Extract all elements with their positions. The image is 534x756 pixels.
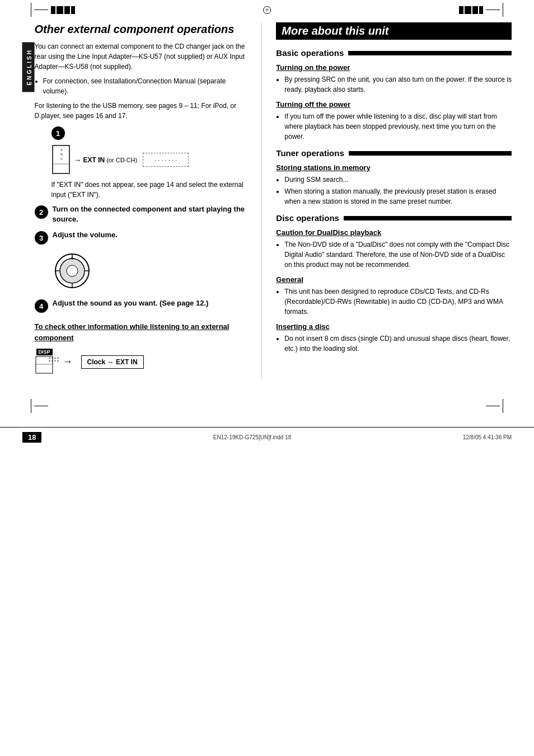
tuner-ops-header-line — [349, 151, 512, 156]
right-section-title: More about this unit — [282, 25, 388, 37]
right-column: More about this unit Basic operations Tu… — [262, 22, 512, 379]
usb-text: For listening to the the USB memory, see… — [35, 101, 251, 121]
bottom-line-v-left — [31, 399, 31, 413]
device-svg: S R C — [51, 144, 71, 175]
inserting-title: Inserting a disc — [276, 322, 512, 331]
step3-text: Adjust the volume. — [53, 231, 118, 239]
bottom-line-h-left — [34, 406, 48, 406]
left-column: Other external component operations You … — [35, 22, 263, 379]
bars-right — [459, 6, 483, 14]
step2-content: Turn on the connected component and star… — [53, 204, 251, 224]
disp-label: DISP — [36, 349, 53, 355]
caution-item: The Non-DVD side of a "DualDisc" does no… — [284, 240, 512, 270]
header-marks-left — [31, 3, 75, 17]
step4-text: Adjust the sound as you want. (See page … — [53, 299, 209, 307]
turning-on-item: By pressing SRC on the unit, you can als… — [284, 74, 512, 95]
basic-ops-header: Basic operations — [276, 48, 344, 58]
step1-note: If "EXT IN" does not appear, see page 14… — [51, 180, 251, 200]
caution-title: Caution for DualDisc playback — [276, 228, 512, 237]
inserting-list: Do not insert 8 cm discs (single CD) and… — [284, 334, 512, 354]
storing-title: Storing stations in memory — [276, 163, 512, 172]
general-title: General — [276, 275, 512, 284]
basic-ops-header-line — [348, 51, 512, 55]
bottom-line-h-right — [486, 406, 500, 406]
step3-content: Adjust the volume. — [53, 230, 251, 240]
turning-off-item: If you turn off the power while listenin… — [284, 111, 512, 142]
check-heading: To check other information while listeni… — [35, 321, 251, 343]
storing-item2: When storing a station manually, the pre… — [284, 186, 512, 206]
bar7 — [472, 6, 478, 14]
connection-list: For connection, see Installation/Connect… — [43, 76, 251, 96]
storing-item1: During SSM search... — [284, 175, 512, 185]
general-list: This unit has been designed to reproduce… — [284, 287, 512, 317]
disc-ops-header-line — [344, 216, 512, 220]
knob-svg: + — [51, 250, 93, 292]
reg-line-h-left — [34, 10, 48, 10]
storing-list: During SSM search... When storing a stat… — [284, 175, 512, 206]
reg-mark-center — [263, 6, 271, 14]
bottom-marks-left — [31, 399, 48, 413]
disp-arrows — [49, 355, 65, 367]
svg-text:R: R — [60, 153, 63, 156]
bottom-line-v-right — [503, 399, 503, 413]
knob-diagram: + — [51, 250, 251, 294]
turning-off-title: Turning off the power — [276, 100, 512, 109]
dashed-ext-box: · · · · · · · — [143, 153, 189, 167]
disc-ops-header-bar: Disc operations — [276, 213, 512, 223]
left-section-title: Other external component operations — [35, 22, 251, 36]
caution-list: The Non-DVD side of a "DualDisc" does no… — [284, 240, 512, 270]
step2-text: Turn on the connected component and star… — [53, 205, 245, 223]
general-item: This unit has been designed to reproduce… — [284, 287, 512, 317]
footer-file: EN12-19KD-G725[UN]f.indd 18 — [213, 434, 292, 440]
disc-ops-header: Disc operations — [276, 213, 339, 223]
ext-in-or: (or CD·CH) — [106, 157, 137, 163]
basic-ops-header-bar: Basic operations — [276, 48, 512, 58]
step4-container: 4 Adjust the sound as you want. (See pag… — [35, 298, 251, 313]
content-wrapper: ENGLISH Other external component operati… — [0, 20, 534, 385]
clock-ext-box: Clock ↔ EXT IN — [81, 355, 144, 369]
bars-left — [51, 6, 75, 14]
footer: 18 EN12-19KD-G725[UN]f.indd 18 12/8/05 4… — [0, 427, 534, 447]
ext-in-label: EXT IN — [83, 156, 105, 164]
step3-container: 3 Adjust the volume. — [35, 230, 251, 245]
check-info-section: To check other information while listeni… — [35, 321, 251, 375]
turning-on-title: Turning on the power — [276, 63, 512, 72]
bottom-marks-right-inner — [486, 399, 503, 413]
step-number-2: 2 — [35, 205, 48, 219]
footer-date: 12/8/05 4:41:36 PM — [463, 434, 512, 440]
ext-in-diagram: S R C → EXT IN (or CD·CH) · · · · · · · — [51, 144, 251, 175]
reg-line-v-left — [31, 3, 31, 17]
step-number-3: 3 — [35, 231, 48, 245]
dashed-box-dots: · · · · · · · — [154, 157, 177, 163]
english-sidebar-label: ENGLISH — [22, 42, 35, 92]
page-number: 18 — [22, 432, 41, 443]
tuner-ops-header: Tuner operations — [276, 148, 344, 158]
tuner-ops-header-bar: Tuner operations — [276, 148, 512, 158]
page-container: ENGLISH Other external component operati… — [0, 0, 534, 756]
disp-button-area: DISP — [35, 349, 54, 375]
bar2 — [57, 6, 63, 14]
bar4 — [71, 6, 75, 14]
step1-number-row: 1 — [51, 125, 251, 140]
reg-line-h-right — [486, 10, 500, 10]
arrow-indicator: → — [74, 156, 82, 165]
header-row — [0, 0, 534, 20]
step4-content: Adjust the sound as you want. (See page … — [53, 298, 251, 308]
bar5 — [459, 6, 463, 14]
bar3 — [64, 6, 70, 14]
step1-area: 1 S R C → — [51, 125, 251, 200]
step2-container: 2 Turn on the connected component and st… — [35, 204, 251, 224]
svg-text:C: C — [60, 157, 63, 161]
disp-diagram: DISP → Clock ↔ EXT IN — [35, 349, 251, 375]
right-section-title-box: More about this unit — [276, 22, 512, 40]
bottom-reg-row — [0, 396, 534, 416]
ext-in-arrow-area: → EXT IN (or CD·CH) — [74, 156, 138, 165]
connection-list-item1: For connection, see Installation/Connect… — [43, 76, 251, 96]
bar1 — [51, 6, 55, 14]
intro-text: You can connect an external component to… — [35, 41, 251, 72]
bar8 — [479, 6, 483, 14]
step-number-1: 1 — [51, 126, 65, 140]
turning-off-list: If you turn off the power while listenin… — [284, 111, 512, 142]
device-illustration: S R C — [51, 144, 71, 175]
inserting-item: Do not insert 8 cm discs (single CD) and… — [284, 334, 512, 354]
